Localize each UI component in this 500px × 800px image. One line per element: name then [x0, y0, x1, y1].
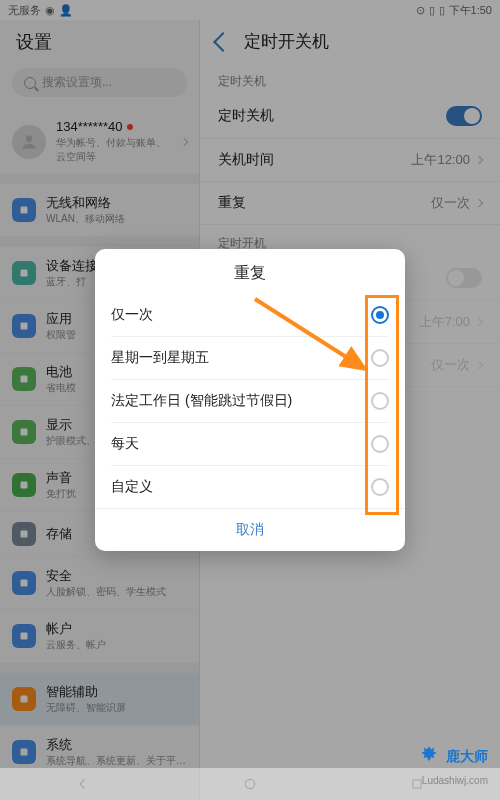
radio-button[interactable]	[371, 478, 389, 496]
radio-label: 自定义	[111, 478, 153, 496]
radio-label: 星期一到星期五	[111, 349, 209, 367]
watermark: 鹿大师	[416, 744, 488, 770]
radio-option[interactable]: 每天	[111, 423, 389, 466]
radio-option[interactable]: 法定工作日 (智能跳过节假日)	[111, 380, 389, 423]
nav-home[interactable]	[243, 777, 257, 791]
nav-back[interactable]	[76, 777, 90, 791]
repeat-dialog: 重复 仅一次星期一到星期五法定工作日 (智能跳过节假日)每天自定义 取消	[95, 249, 405, 551]
svg-point-14	[245, 779, 254, 788]
dialog-title: 重复	[95, 249, 405, 294]
watermark-url: Ludashiwj.com	[422, 775, 488, 786]
radio-label: 每天	[111, 435, 139, 453]
radio-option[interactable]: 仅一次	[111, 294, 389, 337]
radio-option[interactable]: 自定义	[111, 466, 389, 508]
radio-option[interactable]: 星期一到星期五	[111, 337, 389, 380]
cancel-button[interactable]: 取消	[95, 508, 405, 551]
deer-icon	[416, 744, 442, 770]
radio-button[interactable]	[371, 392, 389, 410]
radio-button[interactable]	[371, 349, 389, 367]
modal-overlay[interactable]: 重复 仅一次星期一到星期五法定工作日 (智能跳过节假日)每天自定义 取消	[0, 0, 500, 800]
svg-rect-15	[413, 780, 421, 788]
radio-button[interactable]	[371, 306, 389, 324]
radio-label: 仅一次	[111, 306, 153, 324]
radio-button[interactable]	[371, 435, 389, 453]
radio-label: 法定工作日 (智能跳过节假日)	[111, 392, 292, 410]
